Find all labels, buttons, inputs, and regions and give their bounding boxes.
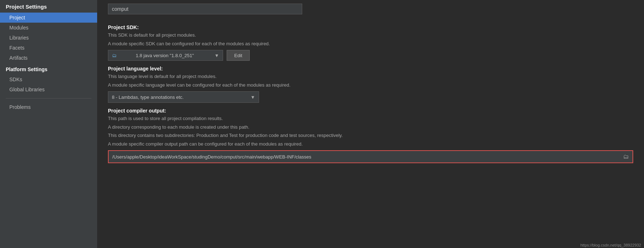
sidebar-item-artifacts-label: Artifacts bbox=[9, 55, 28, 61]
chevron-down-icon-lang: ▼ bbox=[250, 95, 255, 100]
sdk-desc1: This SDK is default for all project modu… bbox=[108, 32, 633, 39]
language-desc2: A module specific language level can be … bbox=[108, 82, 633, 89]
sdk-section: Project SDK: This SDK is default for all… bbox=[108, 24, 633, 61]
language-value: 8 - Lambdas, type annotations etc. bbox=[112, 95, 183, 100]
sidebar-item-global-libraries-label: Global Libraries bbox=[9, 87, 45, 92]
path-folder-icon[interactable]: 🗂 bbox=[620, 153, 632, 160]
folder-icon: 🗂 bbox=[112, 53, 117, 58]
top-input-area bbox=[108, 0, 633, 19]
sidebar-item-problems[interactable]: Problems bbox=[0, 102, 97, 112]
sdk-row: 🗂 1.8 java version "1.8.0_251" ▼ Edit bbox=[108, 50, 633, 61]
sdk-heading: Project SDK: bbox=[108, 24, 633, 30]
edit-button[interactable]: Edit bbox=[227, 50, 250, 61]
language-desc1: This language level is default for all p… bbox=[108, 73, 633, 80]
sidebar-item-facets[interactable]: Facets bbox=[0, 43, 97, 53]
platform-settings-title: Platform Settings bbox=[0, 63, 97, 74]
compiler-output-path-container: 🗂 bbox=[108, 150, 633, 163]
sdk-value: 1.8 java version "1.8.0_251" bbox=[136, 53, 194, 58]
compiler-desc2: A directory corresponding to each module… bbox=[108, 124, 633, 131]
compiler-section: Project compiler output: This path is us… bbox=[108, 108, 633, 163]
sidebar-item-libraries[interactable]: Libraries bbox=[0, 33, 97, 43]
sidebar: Project Settings Project Modules Librari… bbox=[0, 0, 97, 248]
sidebar-item-facets-label: Facets bbox=[9, 45, 24, 51]
watermark: https://blog.csdn.net/qq_38922932 bbox=[580, 243, 641, 247]
sidebar-item-artifacts[interactable]: Artifacts bbox=[0, 53, 97, 63]
sidebar-item-libraries-label: Libraries bbox=[9, 35, 29, 41]
sidebar-item-project-label: Project bbox=[9, 15, 25, 20]
language-heading: Project language level: bbox=[108, 66, 633, 72]
search-input[interactable] bbox=[108, 4, 302, 14]
main-content: Project SDK: This SDK is default for all… bbox=[97, 0, 644, 248]
language-dropdown[interactable]: 8 - Lambdas, type annotations etc. ▼ bbox=[108, 91, 259, 103]
compiler-heading: Project compiler output: bbox=[108, 108, 633, 114]
sidebar-item-modules[interactable]: Modules bbox=[0, 23, 97, 33]
sidebar-divider bbox=[6, 98, 91, 98]
sidebar-item-modules-label: Modules bbox=[9, 25, 28, 31]
sidebar-title: Project Settings bbox=[0, 0, 97, 13]
sidebar-item-sdks[interactable]: SDKs bbox=[0, 74, 97, 84]
sidebar-item-global-libraries[interactable]: Global Libraries bbox=[0, 84, 97, 95]
compiler-desc3: This directory contains two subdirectori… bbox=[108, 132, 633, 139]
language-section: Project language level: This language le… bbox=[108, 66, 633, 103]
sidebar-item-project[interactable]: Project bbox=[0, 13, 97, 23]
chevron-down-icon: ▼ bbox=[214, 53, 219, 58]
sdk-dropdown[interactable]: 🗂 1.8 java version "1.8.0_251" ▼ bbox=[108, 50, 223, 61]
sidebar-item-sdks-label: SDKs bbox=[9, 77, 22, 82]
compiler-desc1: This path is used to store all project c… bbox=[108, 115, 633, 122]
sdk-desc2: A module specific SDK can be configured … bbox=[108, 40, 633, 47]
compiler-desc4: A module specific compiler output path c… bbox=[108, 141, 633, 148]
compiler-output-path-input[interactable] bbox=[109, 151, 620, 162]
sidebar-item-problems-label: Problems bbox=[9, 104, 31, 110]
